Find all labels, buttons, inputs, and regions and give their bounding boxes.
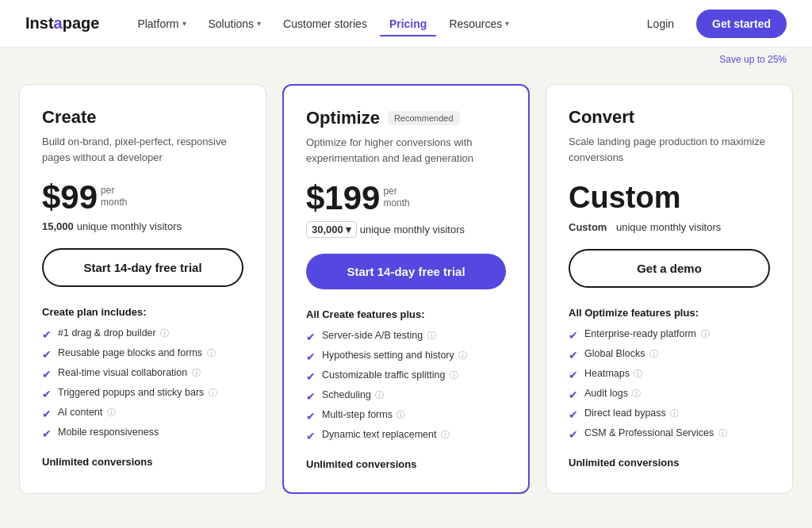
check-icon: ✔ (42, 328, 52, 341)
info-icon[interactable]: ⓘ (209, 388, 217, 397)
nav-customer-stories[interactable]: Customer stories (274, 11, 377, 36)
check-icon: ✔ (569, 349, 578, 362)
list-item: ✔ Heatmaps ⓘ (569, 368, 770, 381)
plan-desc-create: Build on-brand, pixel-perfect, responsiv… (42, 134, 243, 165)
check-icon: ✔ (569, 408, 578, 421)
unlimited-optimize: Unlimited conversions (306, 458, 506, 470)
check-icon: ✔ (42, 348, 52, 361)
nav-right: Login Get started (638, 10, 787, 38)
dropdown-chevron-icon: ▾ (346, 224, 351, 235)
logo: Instapage (25, 14, 99, 33)
check-icon: ✔ (42, 368, 52, 381)
info-icon[interactable]: ⓘ (396, 410, 405, 419)
login-button[interactable]: Login (638, 11, 684, 36)
visitors-optimize: 30,000 ▾ unique monthly visitors (306, 221, 506, 238)
nav-resources[interactable]: Resources ▾ (439, 11, 519, 36)
features-optimize: ✔ Server-side A/B testing ⓘ ✔ Hypothesis… (306, 330, 506, 442)
list-item: ✔ Audit logs ⓘ (569, 388, 770, 401)
list-item: ✔ Hypothesis setting and history ⓘ (306, 350, 506, 363)
check-icon: ✔ (306, 350, 316, 363)
list-item: ✔ Dynamic text replacement ⓘ (306, 429, 506, 442)
features-title-create: Create plan includes: (42, 306, 243, 318)
list-item: ✔ Global Blocks ⓘ (569, 348, 770, 362)
solutions-chevron-icon: ▾ (257, 19, 261, 28)
info-icon[interactable]: ⓘ (107, 407, 116, 417)
check-icon: ✔ (306, 390, 316, 403)
unlimited-create: Unlimited conversions (42, 456, 243, 468)
plans-grid: Create Build on-brand, pixel-perfect, re… (19, 84, 793, 494)
cta-convert[interactable]: Get a demo (569, 249, 770, 288)
check-icon: ✔ (569, 369, 578, 381)
price-row-create: $99 permonth (42, 181, 243, 214)
info-icon[interactable]: ⓘ (427, 331, 436, 340)
check-icon: ✔ (42, 388, 52, 400)
info-icon[interactable]: ⓘ (192, 368, 201, 377)
cta-create[interactable]: Start 14-day free trial (42, 248, 243, 287)
info-icon[interactable]: ⓘ (207, 348, 216, 358)
navbar: Instapage Platform ▾ Solutions ▾ Custome… (0, 0, 812, 48)
recommended-badge: Recommended (388, 111, 460, 125)
list-item: ✔ Reusable page blocks and forms ⓘ (42, 347, 243, 361)
nav-platform[interactable]: Platform ▾ (128, 11, 195, 36)
nav-links: Platform ▾ Solutions ▾ Customer stories … (128, 11, 637, 36)
list-item: ✔ Server-side A/B testing ⓘ (306, 330, 506, 343)
plan-optimize: Optimize Recommended Optimize for higher… (282, 84, 530, 494)
list-item: ✔ CSM & Professional Services ⓘ (569, 427, 770, 441)
info-icon[interactable]: ⓘ (441, 430, 450, 439)
features-convert: ✔ Enterprise-ready platform ⓘ ✔ Global B… (569, 328, 770, 441)
info-icon[interactable]: ⓘ (701, 329, 710, 339)
features-title-convert: All Optimize features plus: (569, 307, 770, 319)
info-icon[interactable]: ⓘ (718, 428, 727, 438)
price-period-optimize: permonth (383, 186, 409, 210)
list-item: ✔ Real-time visual collaboration ⓘ (42, 367, 243, 381)
price-row-optimize: $199 permonth (306, 182, 506, 215)
plan-name-create: Create (42, 107, 243, 128)
check-icon: ✔ (306, 331, 316, 343)
platform-chevron-icon: ▾ (182, 19, 186, 28)
nav-pricing[interactable]: Pricing (380, 11, 436, 36)
visitors-dropdown[interactable]: 30,000 ▾ (306, 221, 357, 238)
check-icon: ✔ (569, 428, 578, 441)
pricing-section: Create Build on-brand, pixel-perfect, re… (0, 71, 812, 519)
price-row-convert: Custom (569, 181, 770, 215)
visitors-convert: Custom unique monthly visitors (569, 221, 770, 233)
plan-create: Create Build on-brand, pixel-perfect, re… (19, 84, 266, 494)
info-icon[interactable]: ⓘ (634, 369, 642, 378)
info-icon[interactable]: ⓘ (458, 350, 467, 360)
list-item: ✔ Triggered popups and sticky bars ⓘ (42, 387, 243, 400)
list-item: ✔ AI content ⓘ (42, 407, 243, 420)
info-icon[interactable]: ⓘ (632, 388, 641, 398)
features-title-optimize: All Create features plus: (306, 308, 506, 320)
check-icon: ✔ (306, 410, 316, 423)
price-amount-create: $99 (42, 181, 98, 214)
nav-solutions[interactable]: Solutions ▾ (199, 11, 271, 36)
visitors-create: 15,000 unique monthly visitors (42, 220, 243, 232)
cta-optimize[interactable]: Start 14-day free trial (306, 254, 506, 289)
info-icon[interactable]: ⓘ (160, 328, 169, 338)
check-icon: ✔ (42, 427, 52, 440)
price-period-create: permonth (101, 185, 127, 209)
resources-chevron-icon: ▾ (505, 19, 509, 28)
info-icon[interactable]: ⓘ (450, 370, 458, 380)
plan-desc-optimize: Optimize for higher conversions with exp… (306, 135, 506, 166)
features-create: ✔ #1 drag & drop builder ⓘ ✔ Reusable pa… (42, 327, 243, 440)
unlimited-convert: Unlimited conversions (569, 457, 770, 469)
list-item: ✔ Scheduling ⓘ (306, 389, 506, 403)
check-icon: ✔ (42, 407, 52, 420)
info-icon[interactable]: ⓘ (375, 390, 384, 400)
list-item: ✔ Direct lead bypass ⓘ (569, 407, 770, 421)
info-icon[interactable]: ⓘ (649, 349, 658, 358)
info-icon[interactable]: ⓘ (670, 408, 679, 418)
price-amount-optimize: $199 (306, 182, 380, 215)
list-item: ✔ #1 drag & drop builder ⓘ (42, 327, 243, 341)
plan-name-optimize: Optimize Recommended (306, 108, 506, 128)
list-item: ✔ Enterprise-ready platform ⓘ (569, 328, 770, 342)
check-icon: ✔ (306, 430, 316, 442)
list-item: ✔ Mobile responsiveness (42, 427, 243, 440)
get-started-button[interactable]: Get started (696, 10, 787, 38)
save-banner: Save up to 25% (0, 48, 812, 71)
check-icon: ✔ (306, 370, 316, 383)
plan-desc-convert: Scale landing page production to maximiz… (569, 134, 770, 165)
list-item: ✔ Customizable traffic splitting ⓘ (306, 369, 506, 383)
price-custom-convert: Custom (569, 181, 680, 215)
